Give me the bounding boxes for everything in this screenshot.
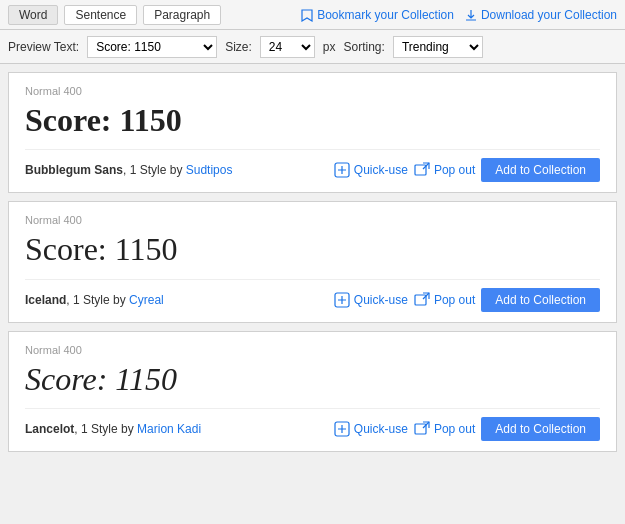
- tab-word[interactable]: Word: [8, 5, 58, 25]
- popout-icon: [414, 421, 430, 437]
- font-footer: Bubblegum Sans, 1 Style by Sudtipos Quic…: [25, 149, 600, 182]
- pop-out-button[interactable]: Pop out: [414, 162, 475, 178]
- font-author[interactable]: Cyreal: [129, 293, 164, 307]
- font-card: Normal 400 Score: 1150 Lancelot, 1 Style…: [8, 331, 617, 452]
- add-to-collection-button[interactable]: Add to Collection: [481, 288, 600, 312]
- svg-rect-1: [415, 165, 426, 175]
- add-to-collection-button[interactable]: Add to Collection: [481, 417, 600, 441]
- svg-rect-3: [415, 295, 426, 305]
- quick-use-button[interactable]: Quick-use: [334, 421, 408, 437]
- popout-icon: [414, 162, 430, 178]
- font-author[interactable]: Sudtipos: [186, 163, 233, 177]
- font-actions: Quick-use Pop out Add to Collection: [334, 288, 600, 312]
- font-preview: Score: 1150: [25, 360, 600, 398]
- quick-use-button[interactable]: Quick-use: [334, 162, 408, 178]
- sorting-label: Sorting:: [344, 40, 385, 54]
- tab-sentence[interactable]: Sentence: [64, 5, 137, 25]
- quick-use-icon: [334, 421, 350, 437]
- top-bar-links: Bookmark your Collection Download your C…: [300, 8, 617, 22]
- bookmark-icon: [300, 8, 314, 22]
- add-to-collection-button[interactable]: Add to Collection: [481, 158, 600, 182]
- font-actions: Quick-use Pop out Add to Collection: [334, 158, 600, 182]
- pop-out-button[interactable]: Pop out: [414, 292, 475, 308]
- font-meta: Normal 400: [25, 85, 600, 97]
- font-footer: Iceland, 1 Style by Cyreal Quick-use: [25, 279, 600, 312]
- font-card: Normal 400 Score: 1150 Bubblegum Sans, 1…: [8, 72, 617, 193]
- preview-text-label: Preview Text:: [8, 40, 79, 54]
- font-footer: Lancelot, 1 Style by Marion Kadi Quick-u…: [25, 408, 600, 441]
- font-preview: Score: 1150: [25, 230, 600, 268]
- tab-paragraph[interactable]: Paragraph: [143, 5, 221, 25]
- quick-use-icon: [334, 292, 350, 308]
- px-label: px: [323, 40, 336, 54]
- font-meta: Normal 400: [25, 214, 600, 226]
- popout-icon: [414, 292, 430, 308]
- font-name: Lancelot, 1 Style by Marion Kadi: [25, 422, 201, 436]
- font-author[interactable]: Marion Kadi: [137, 422, 201, 436]
- sorting-select[interactable]: Trending: [393, 36, 483, 58]
- svg-rect-5: [415, 424, 426, 434]
- font-name: Iceland, 1 Style by Cyreal: [25, 293, 164, 307]
- top-bar: Word Sentence Paragraph Bookmark your Co…: [0, 0, 625, 30]
- download-link[interactable]: Download your Collection: [464, 8, 617, 22]
- bookmark-link[interactable]: Bookmark your Collection: [300, 8, 454, 22]
- font-preview: Score: 1150: [25, 101, 600, 139]
- font-list: Normal 400 Score: 1150 Bubblegum Sans, 1…: [0, 72, 625, 452]
- preview-text-select[interactable]: Score: 1150: [87, 36, 217, 58]
- download-icon: [464, 8, 478, 22]
- controls-bar: Preview Text: Score: 1150 Size: 24 px So…: [0, 30, 625, 64]
- size-select[interactable]: 24: [260, 36, 315, 58]
- font-meta: Normal 400: [25, 344, 600, 356]
- size-label: Size:: [225, 40, 252, 54]
- pop-out-button[interactable]: Pop out: [414, 421, 475, 437]
- font-card: Normal 400 Score: 1150 Iceland, 1 Style …: [8, 201, 617, 322]
- quick-use-icon: [334, 162, 350, 178]
- font-name: Bubblegum Sans, 1 Style by Sudtipos: [25, 163, 232, 177]
- font-actions: Quick-use Pop out Add to Collection: [334, 417, 600, 441]
- quick-use-button[interactable]: Quick-use: [334, 292, 408, 308]
